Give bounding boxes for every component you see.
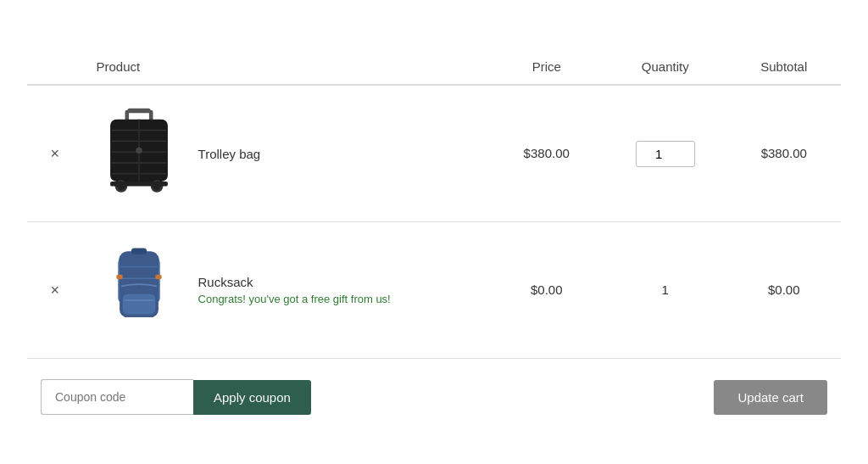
coupon-input[interactable]: [41, 379, 193, 415]
price-cell: $380.00: [490, 85, 604, 222]
remove-cell: ×: [27, 222, 83, 359]
product-name: Trolley bag: [198, 147, 261, 161]
apply-coupon-button[interactable]: Apply coupon: [193, 380, 311, 415]
quantity-input[interactable]: [636, 141, 695, 167]
quantity-value: 1: [662, 282, 669, 297]
col-header-product: Product: [83, 49, 490, 85]
table-row: × Rucksack Congrats! you've got a: [27, 222, 841, 359]
promo-text: Congrats! you've got a free gift from us…: [198, 293, 391, 305]
price-value: $380.00: [524, 146, 570, 160]
quantity-cell: [604, 85, 727, 222]
svg-rect-22: [116, 275, 122, 280]
svg-point-10: [136, 148, 142, 154]
svg-rect-1: [125, 110, 129, 121]
col-header-price: Price: [490, 49, 604, 85]
svg-rect-23: [155, 275, 161, 280]
subtotal-cell: $0.00: [727, 222, 841, 359]
product-cell: Trolley bag: [83, 85, 490, 222]
cart-footer: Apply coupon Update cart: [27, 359, 841, 415]
svg-rect-17: [122, 294, 155, 315]
table-row: × Trolley bag: [27, 85, 841, 222]
cart-container: Product Price Quantity Subtotal ×: [27, 49, 841, 415]
remove-cell: ×: [27, 85, 83, 222]
product-image: [97, 239, 181, 341]
product-info: Rucksack Congrats! you've got a free gif…: [198, 275, 391, 305]
subtotal-value: $0.00: [768, 282, 800, 297]
quantity-cell: 1: [604, 222, 727, 359]
coupon-section: Apply coupon: [41, 379, 311, 415]
col-header-subtotal: Subtotal: [727, 49, 841, 85]
product-image: [97, 103, 181, 204]
remove-button[interactable]: ×: [44, 278, 67, 303]
product-info: Trolley bag: [198, 147, 261, 161]
col-header-quantity: Quantity: [604, 49, 727, 85]
subtotal-cell: $380.00: [727, 85, 841, 222]
product-cell: Rucksack Congrats! you've got a free gif…: [83, 222, 490, 359]
svg-rect-2: [148, 110, 153, 121]
price-value: $0.00: [531, 282, 563, 297]
price-cell: $0.00: [490, 222, 604, 359]
svg-rect-15: [110, 182, 168, 187]
subtotal-value: $380.00: [761, 146, 807, 160]
update-cart-button[interactable]: Update cart: [714, 380, 827, 415]
svg-rect-19: [131, 249, 146, 254]
svg-rect-0: [127, 109, 151, 113]
remove-button[interactable]: ×: [44, 142, 67, 166]
product-name: Rucksack: [198, 275, 391, 289]
col-header-remove: [27, 49, 83, 85]
cart-table: Product Price Quantity Subtotal ×: [27, 49, 841, 359]
